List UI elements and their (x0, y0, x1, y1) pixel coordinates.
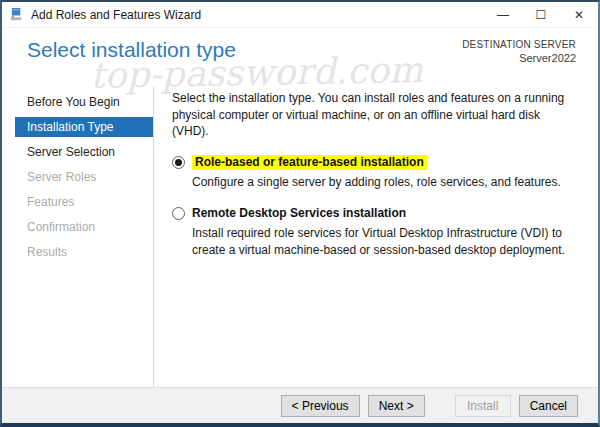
window-controls: — ☐ ✕ (484, 2, 598, 27)
option-role-based-description: Configure a single server by adding role… (192, 174, 576, 191)
destination-label: DESTINATION SERVER (462, 39, 576, 50)
sidebar-item-server-selection[interactable]: Server Selection (15, 142, 153, 162)
destination-block: DESTINATION SERVER Server2022 (462, 39, 576, 64)
sidebar-item-server-roles: Server Roles (15, 167, 153, 187)
window-title: Add Roles and Features Wizard (31, 8, 484, 22)
sidebar-item-confirmation: Confirmation (15, 217, 153, 237)
wizard-icon (10, 7, 25, 22)
sidebar-item-features: Features (15, 192, 153, 212)
install-button[interactable]: Install (455, 395, 511, 417)
option-role-based-label[interactable]: Role-based or feature-based installation (192, 155, 427, 171)
next-button[interactable]: Next > (368, 395, 425, 417)
wizard-header: Select installation type DESTINATION SER… (2, 28, 598, 86)
destination-server-name: Server2022 (462, 52, 576, 64)
cancel-button[interactable]: Cancel (519, 395, 578, 417)
radio-remote-desktop[interactable] (172, 207, 185, 220)
sidebar-item-before-you-begin[interactable]: Before You Begin (15, 92, 153, 112)
title-bar: Add Roles and Features Wizard — ☐ ✕ (2, 2, 598, 28)
wizard-footer: < Previous Next > Install Cancel (2, 387, 598, 423)
wizard-body: Before You Begin Installation Type Serve… (2, 86, 598, 389)
installation-type-panel: Select the installation type. You can in… (154, 86, 598, 389)
wizard-steps-sidebar: Before You Begin Installation Type Serve… (2, 86, 154, 389)
option-remote-desktop-label[interactable]: Remote Desktop Services installation (192, 206, 406, 222)
option-remote-desktop-description: Install required role services for Virtu… (192, 225, 576, 258)
sidebar-item-installation-type[interactable]: Installation Type (15, 117, 153, 137)
radio-role-based[interactable] (172, 156, 185, 169)
option-remote-desktop: Remote Desktop Services installation Ins… (172, 206, 576, 259)
minimize-icon[interactable]: — (484, 2, 522, 27)
sidebar-item-results: Results (15, 242, 153, 262)
close-icon[interactable]: ✕ (560, 2, 598, 27)
intro-text: Select the installation type. You can in… (172, 90, 576, 140)
maximize-icon[interactable]: ☐ (522, 2, 560, 27)
wizard-window: Add Roles and Features Wizard — ☐ ✕ Sele… (0, 0, 600, 427)
option-role-based: Role-based or feature-based installation… (172, 155, 576, 191)
previous-button[interactable]: < Previous (281, 395, 360, 417)
page-title: Select installation type (27, 38, 236, 62)
